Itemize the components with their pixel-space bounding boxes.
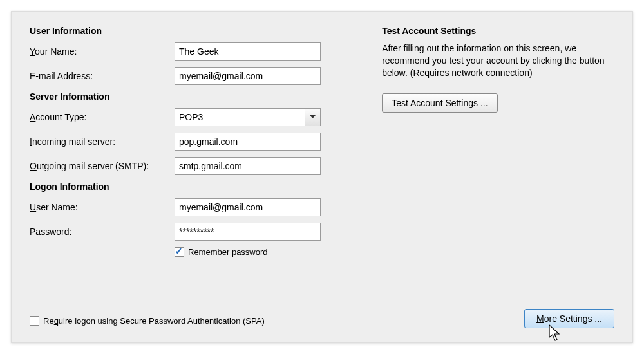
outgoing-input[interactable] [175, 157, 321, 175]
outgoing-row: Outgoing mail server (SMTP): [30, 157, 356, 175]
test-settings-heading: Test Account Settings [382, 26, 614, 36]
account-type-label: Account Type: [30, 112, 175, 122]
incoming-label: Incoming mail server: [30, 136, 175, 147]
account-settings-dialog: User Information Your Name: E-mail Addre… [11, 11, 633, 343]
logon-info-heading: Logon Information [30, 182, 356, 192]
username-label: User Name: [30, 202, 175, 212]
account-type-row: Account Type: POP3 [30, 108, 356, 126]
dropdown-button[interactable] [305, 109, 320, 126]
test-settings-info: After filling out the information on thi… [382, 42, 614, 79]
remember-password-label: Remember password [188, 247, 268, 257]
spa-label: Require logon using Secure Password Auth… [43, 316, 265, 326]
email-label: E-mail Address: [30, 71, 175, 81]
incoming-row: Incoming mail server: [30, 133, 356, 151]
test-account-settings-button[interactable]: Test Account Settings ... [382, 93, 497, 113]
server-info-heading: Server Information [30, 91, 356, 102]
incoming-input[interactable] [175, 133, 321, 151]
username-row: User Name: [30, 198, 356, 216]
your-name-row: Your Name: [30, 42, 356, 61]
right-column: Test Account Settings After filling out … [382, 23, 614, 257]
password-input[interactable] [175, 223, 321, 241]
your-name-input[interactable] [175, 42, 321, 61]
more-settings-button[interactable]: More Settings ... [524, 309, 614, 328]
your-name-label: Your Name: [30, 46, 175, 57]
remember-password-row: Remember password [175, 247, 356, 257]
spa-checkbox[interactable] [30, 316, 39, 326]
password-label: Password: [30, 227, 175, 237]
chevron-down-icon [310, 115, 316, 119]
spa-row: Require logon using Secure Password Auth… [30, 316, 265, 326]
password-row: Password: [30, 223, 356, 241]
account-type-value: POP3 [175, 112, 305, 122]
account-type-select[interactable]: POP3 [175, 108, 321, 126]
remember-password-checkbox[interactable] [175, 247, 184, 257]
outgoing-label: Outgoing mail server (SMTP): [30, 161, 175, 171]
left-column: User Information Your Name: E-mail Addre… [30, 23, 356, 257]
email-row: E-mail Address: [30, 67, 356, 85]
user-info-heading: User Information [30, 26, 356, 36]
email-input[interactable] [175, 67, 321, 85]
username-input[interactable] [175, 198, 321, 216]
